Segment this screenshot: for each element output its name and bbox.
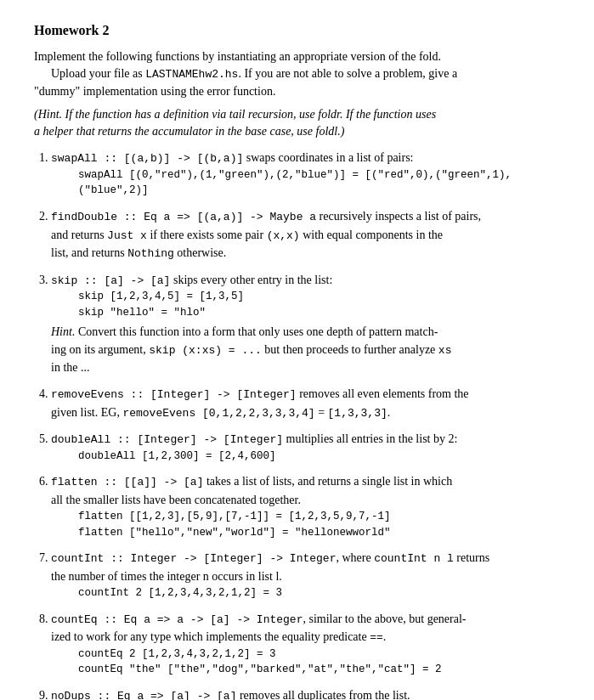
problem-6-code2: flatten ["hello","new","world"] = "hello…	[78, 525, 560, 541]
filename: LASTNAMEhw2.hs	[145, 68, 238, 81]
problem-8: countEq :: Eq a => a -> [a] -> Integer, …	[51, 610, 560, 679]
problem-5: doubleAll :: [Integer] -> [Integer] mult…	[51, 430, 560, 464]
intro-line1: Implement the following functions by ins…	[34, 48, 560, 100]
problem-3-hint: Hint. Convert this function into a form …	[51, 323, 560, 377]
problem-8-code1: countEq 2 [1,2,3,4,3,2,1,2] = 3	[78, 646, 560, 663]
problem-1-text: swapAll :: [(a,b)] -> [(b,a)] swaps coor…	[51, 151, 414, 164]
problem-2-text: findDouble :: Eq a => [(a,a)] -> Maybe a…	[51, 210, 481, 259]
problem-8-text: countEq :: Eq a => a -> [a] -> Integer, …	[51, 612, 467, 644]
problem-1-code: swapAll [(0,"red"),(1,"green"),(2,"blue"…	[78, 167, 560, 200]
problem-3: skip :: [a] -> [a] skips every other ent…	[51, 271, 560, 377]
problem-6-code1: flatten [[1,2,3],[5,9],[7,-1]] = [1,2,3,…	[78, 509, 560, 525]
problem-5-code: doubleAll [1,2,300] = [2,4,600]	[78, 449, 560, 465]
problem-7-code: countInt 2 [1,2,3,4,3,2,1,2] = 3	[78, 585, 560, 601]
problem-1: swapAll :: [(a,b)] -> [(b,a)] swaps coor…	[51, 149, 560, 199]
problem-8-code2: countEq "the" ["the","dog","barked","at"…	[78, 662, 560, 678]
problem-7-text: countInt :: Integer -> [Integer] -> Inte…	[51, 551, 489, 583]
problem-6: flatten :: [[a]] -> [a] takes a list of …	[51, 472, 560, 540]
problem-4-text: removeEvens :: [Integer] -> [Integer] re…	[51, 387, 469, 419]
problem-4: removeEvens :: [Integer] -> [Integer] re…	[51, 385, 560, 421]
problem-3-code2: skip "hello" = "hlo"	[78, 305, 560, 321]
intro-hint: (Hint. If the function has a definition …	[34, 106, 560, 141]
problem-9: noDups :: Eq a => [a] -> [a] removes all…	[51, 686, 560, 700]
problem-3-code1: skip [1,2,3,4,5] = [1,3,5]	[78, 289, 560, 305]
page-title: Homework 2	[34, 20, 560, 40]
problem-9-text: noDups :: Eq a => [a] -> [a] removes all…	[51, 689, 410, 700]
problem-7: countInt :: Integer -> [Integer] -> Inte…	[51, 549, 560, 601]
problem-list: swapAll :: [(a,b)] -> [(b,a)] swaps coor…	[51, 149, 560, 700]
problem-6-text: flatten :: [[a]] -> [a] takes a list of …	[51, 475, 452, 506]
problem-2: findDouble :: Eq a => [(a,a)] -> Maybe a…	[51, 207, 560, 262]
problem-5-text: doubleAll :: [Integer] -> [Integer] mult…	[51, 432, 457, 445]
problem-3-text: skip :: [a] -> [a] skips every other ent…	[51, 274, 332, 286]
intro-section: Implement the following functions by ins…	[34, 48, 560, 140]
